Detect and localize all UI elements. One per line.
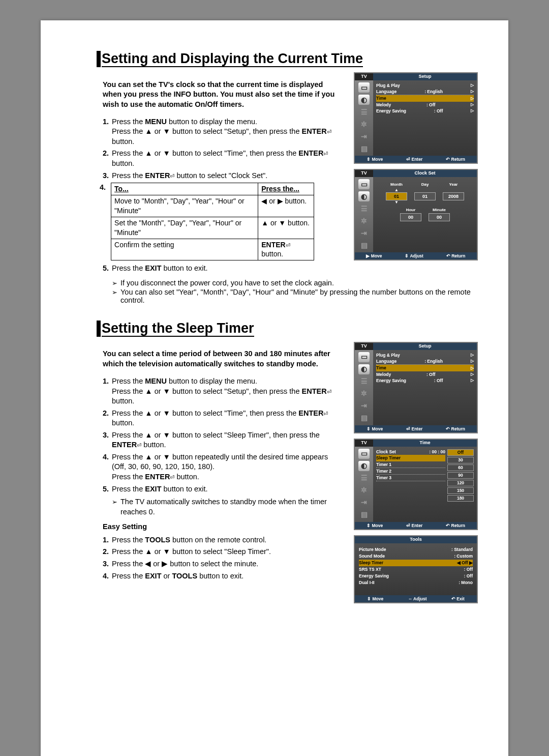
osd-footer: ⇕ Move ⏎ Enter ↶ Return bbox=[355, 156, 477, 163]
table-header-row: To... Press the... bbox=[111, 183, 314, 195]
left-triangle-icon[interactable]: ◀ bbox=[457, 560, 461, 565]
channel-icon[interactable]: ☰ bbox=[358, 203, 370, 214]
step-1: Press the MENU button to display the men… bbox=[111, 117, 342, 147]
sleep-option-off[interactable]: Off bbox=[447, 449, 474, 456]
osd-time-menu: TVTime ▭ ◐ ☰ ✲ ⇥ ▤ Clock Set: 00 : bbox=[354, 439, 478, 530]
enter-icon: ⏎ bbox=[406, 157, 410, 162]
section-current-time: Setting and Displaying the Current Time … bbox=[41, 51, 508, 304]
osd-footer: ⇕ Move ↔ Adjust ↶ Exit bbox=[355, 595, 477, 602]
channel-icon[interactable]: ☰ bbox=[358, 376, 370, 387]
picture-icon[interactable]: ▭ bbox=[358, 449, 370, 459]
sound-icon[interactable]: ◐ bbox=[358, 461, 370, 471]
picture-icon[interactable]: ▭ bbox=[358, 179, 370, 189]
step-5: Press the EXIT button to exit. bbox=[111, 264, 342, 274]
step-3: Press the ENTER button to select "Clock … bbox=[111, 171, 342, 181]
leftright-icon: ↔ bbox=[408, 596, 413, 601]
enter-icon: ⏎ bbox=[406, 523, 410, 528]
return-icon: ↶ bbox=[446, 523, 450, 528]
step-4-num: 4. bbox=[100, 183, 106, 193]
return-icon: ↶ bbox=[451, 596, 455, 601]
osd-clock-set: TVClock Set ▭ ◐ ☰ ✲ ⇥ ▤ bbox=[354, 169, 478, 260]
right-icon: ▶ bbox=[366, 253, 370, 258]
setup-icon[interactable]: ✲ bbox=[358, 389, 370, 399]
clock-year-field[interactable]: 2008 bbox=[443, 192, 464, 200]
input-icon[interactable]: ⇥ bbox=[358, 498, 370, 508]
osd-item-time[interactable]: Time bbox=[376, 96, 386, 101]
sleep-option-120[interactable]: 120 bbox=[447, 480, 474, 486]
return-icon: ↶ bbox=[446, 157, 450, 162]
input-icon[interactable]: ⇥ bbox=[358, 401, 370, 411]
easy-step-4: Press the EXIT or TOOLS button to exit. bbox=[111, 571, 342, 581]
section1-steps: Press the MENU button to display the men… bbox=[97, 117, 342, 181]
return-icon: ↶ bbox=[446, 253, 450, 258]
enter-icon bbox=[323, 409, 328, 417]
channel-icon[interactable]: ☰ bbox=[358, 473, 370, 483]
section1-text: You can set the TV's clock so that the c… bbox=[97, 72, 342, 276]
input-icon[interactable]: ⇥ bbox=[358, 228, 370, 238]
up-triangle-icon[interactable]: ▲ bbox=[394, 188, 399, 192]
osd-icon-rail: ▭ ◐ ☰ ✲ ⇥ ▤ bbox=[355, 447, 373, 522]
support-icon[interactable]: ▤ bbox=[358, 510, 370, 520]
updown-icon: ⇕ bbox=[367, 426, 371, 431]
updown-icon: ⇕ bbox=[367, 157, 371, 162]
section1-osd-column: TVSetup ▭ ◐ ☰ ✲ ⇥ ▤ Plug & Play▷ Langu bbox=[354, 72, 476, 276]
section2-text: You can select a time period of between … bbox=[97, 342, 342, 608]
table-header-press: Press the... bbox=[258, 183, 314, 195]
input-icon[interactable]: ⇥ bbox=[358, 131, 370, 141]
osd-tv-label: TV bbox=[355, 343, 373, 350]
sound-icon[interactable]: ◐ bbox=[358, 364, 370, 374]
section2-osd-column: TVSetup ▭ ◐ ☰ ✲ ⇥ ▤ Plug & Play▷ Langu bbox=[354, 342, 476, 608]
easy-setting-steps: Press the TOOLS button on the remote con… bbox=[97, 535, 342, 581]
tools-item-sleep-timer[interactable]: Sleep Timer ◀ Off ▶ bbox=[359, 560, 473, 566]
osd-item-sleep-timer[interactable]: Sleep Timer bbox=[376, 455, 401, 460]
support-icon[interactable]: ▤ bbox=[358, 240, 370, 250]
table-row: Set the "Month", "Day", "Year", "Hour" o… bbox=[111, 217, 314, 239]
osd-setup: TVSetup ▭ ◐ ☰ ✲ ⇥ ▤ Plug & Play▷ Langu bbox=[354, 72, 478, 164]
sleep-option-60[interactable]: 60 bbox=[447, 464, 474, 471]
sleep-option-150[interactable]: 150 bbox=[447, 487, 474, 494]
section2-intro: You can select a time period of between … bbox=[97, 349, 342, 369]
support-icon[interactable]: ▤ bbox=[358, 143, 370, 154]
clock-minute-field[interactable]: 00 bbox=[429, 213, 450, 221]
easy-step-2: Press the ▲ or ▼ button to select "Sleep… bbox=[111, 547, 342, 557]
heading-row: Setting and Displaying the Current Time bbox=[97, 51, 488, 67]
note-arrow-icon bbox=[112, 288, 117, 304]
picture-icon[interactable]: ▭ bbox=[358, 82, 370, 93]
sound-icon[interactable]: ◐ bbox=[358, 95, 370, 105]
enter-icon bbox=[327, 387, 331, 395]
down-triangle-icon[interactable]: ▼ bbox=[394, 200, 399, 205]
picture-icon[interactable]: ▭ bbox=[358, 352, 370, 362]
section-heading: Setting the Sleep Timer bbox=[102, 321, 254, 337]
osd-footer: ⇕ Move ⏎ Enter ↶ Return bbox=[355, 425, 477, 432]
sleep-option-90[interactable]: 90 bbox=[447, 472, 474, 479]
easy-setting-heading: Easy Setting bbox=[103, 522, 342, 532]
setup-icon[interactable]: ✲ bbox=[358, 119, 370, 129]
channel-icon[interactable]: ☰ bbox=[358, 107, 370, 117]
section2-steps: Press the MENU button to display the men… bbox=[97, 376, 342, 494]
setup-icon[interactable]: ✲ bbox=[358, 216, 370, 226]
easy-step-1: Press the TOOLS button on the remote con… bbox=[111, 535, 342, 545]
support-icon[interactable]: ▤ bbox=[358, 413, 370, 423]
osd-title: Setup bbox=[373, 343, 477, 350]
clock-hour-field[interactable]: 00 bbox=[400, 213, 421, 221]
osd-item-time[interactable]: Time bbox=[376, 365, 386, 370]
manual-page: Setting and Displaying the Current Time … bbox=[41, 20, 508, 756]
setup-icon[interactable]: ✲ bbox=[358, 485, 370, 496]
note-arrow-icon bbox=[112, 497, 117, 517]
clock-day-field[interactable]: 01 bbox=[414, 192, 436, 200]
right-triangle-icon[interactable]: ▶ bbox=[469, 560, 473, 565]
step-4: Press the ▲ or ▼ button repeatedly until… bbox=[111, 452, 342, 482]
sleep-option-180[interactable]: 180 bbox=[447, 495, 474, 502]
sound-icon[interactable]: ◐ bbox=[358, 191, 370, 201]
return-icon: ↶ bbox=[446, 426, 450, 431]
osd-icon-rail: ▭ ◐ ☰ ✲ ⇥ ▤ bbox=[355, 177, 373, 252]
osd-title: Clock Set bbox=[373, 170, 477, 177]
osd-tools: Tools Picture Mode: Standard Sound Mode:… bbox=[354, 535, 478, 603]
step-2: Press the ▲ or ▼ button to select "Time"… bbox=[111, 149, 342, 168]
osd-title: Time bbox=[373, 440, 477, 447]
sleep-timer-options: Off 30 60 90 120 150 180 bbox=[447, 449, 474, 520]
enter-icon bbox=[323, 149, 328, 157]
sleep-option-30[interactable]: 30 bbox=[447, 457, 474, 463]
clock-month-field[interactable]: 01 bbox=[386, 192, 407, 200]
enter-icon bbox=[286, 241, 290, 249]
